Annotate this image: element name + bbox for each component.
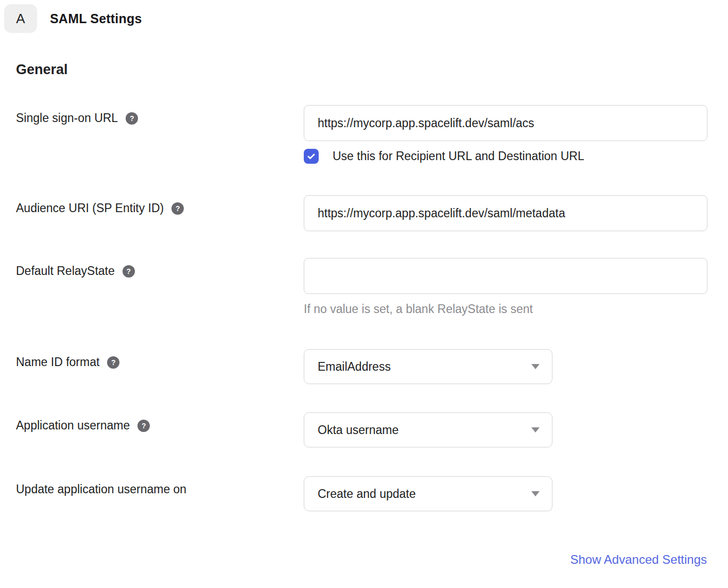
update-app-username-label-group: Update application username on (0, 476, 304, 497)
application-username-label: Application username (16, 418, 130, 434)
step-badge: A (4, 4, 37, 33)
sso-url-control (304, 105, 707, 141)
chevron-down-icon (531, 364, 540, 369)
update-app-username-select[interactable]: Create and update (304, 476, 552, 511)
update-app-username-label: Update application username on (16, 482, 186, 497)
show-advanced-settings-link[interactable]: Show Advanced Settings (570, 552, 707, 567)
field-row-default-relaystate: Default RelayState ? If no value is set,… (0, 258, 728, 316)
relaystate-hint: If no value is set, a blank RelayState i… (304, 302, 707, 316)
help-icon[interactable]: ? (137, 420, 150, 432)
relaystate-label: Default RelayState (16, 264, 115, 279)
field-row-name-id-format: Name ID format ? EmailAddress (0, 349, 728, 384)
recipient-url-checkbox-label: Use this for Recipient URL and Destinati… (333, 149, 584, 163)
name-id-format-select[interactable]: EmailAddress (304, 349, 552, 384)
chevron-down-icon (531, 427, 540, 433)
help-icon[interactable]: ? (126, 112, 138, 125)
help-icon[interactable]: ? (123, 265, 135, 278)
sso-url-label: Single sign-on URL (16, 111, 118, 126)
field-row-sso-url: Single sign-on URL ? (0, 105, 728, 141)
field-row-update-app-username: Update application username on Create an… (0, 476, 728, 511)
page-title: SAML Settings (50, 11, 142, 26)
application-username-value: Okta username (318, 423, 398, 437)
check-icon (306, 151, 316, 161)
chevron-down-icon (531, 491, 540, 496)
name-id-format-label: Name ID format (16, 355, 99, 370)
name-id-format-control: EmailAddress (304, 349, 707, 384)
name-id-format-value: EmailAddress (318, 360, 391, 374)
sso-url-label-group: Single sign-on URL ? (0, 105, 304, 126)
saml-settings-page: A SAML Settings General Single sign-on U… (0, 0, 728, 588)
section-title-general: General (16, 62, 728, 78)
help-icon[interactable]: ? (107, 356, 119, 369)
audience-uri-label-group: Audience URI (SP Entity ID) ? (0, 195, 304, 216)
audience-uri-label: Audience URI (SP Entity ID) (16, 201, 164, 216)
application-username-control: Okta username (304, 412, 707, 447)
field-row-audience-uri: Audience URI (SP Entity ID) ? (0, 195, 728, 231)
field-row-application-username: Application username ? Okta username (0, 412, 728, 447)
update-app-username-control: Create and update (304, 476, 707, 511)
relaystate-control: If no value is set, a blank RelayState i… (304, 258, 707, 316)
header: A SAML Settings (0, 0, 728, 33)
audience-uri-input[interactable] (304, 195, 707, 231)
app-username-label-group: Application username ? (0, 412, 304, 434)
audience-uri-control (304, 195, 707, 231)
application-username-select[interactable]: Okta username (304, 412, 552, 447)
help-icon[interactable]: ? (171, 202, 184, 215)
name-id-label-group: Name ID format ? (0, 349, 304, 370)
relaystate-input[interactable] (304, 258, 707, 294)
sso-url-input[interactable] (304, 105, 707, 141)
use-for-recipient-checkbox[interactable] (304, 149, 319, 164)
update-app-username-value: Create and update (318, 487, 416, 501)
recipient-url-checkbox-row: Use this for Recipient URL and Destinati… (304, 149, 728, 164)
relaystate-label-group: Default RelayState ? (0, 258, 304, 279)
